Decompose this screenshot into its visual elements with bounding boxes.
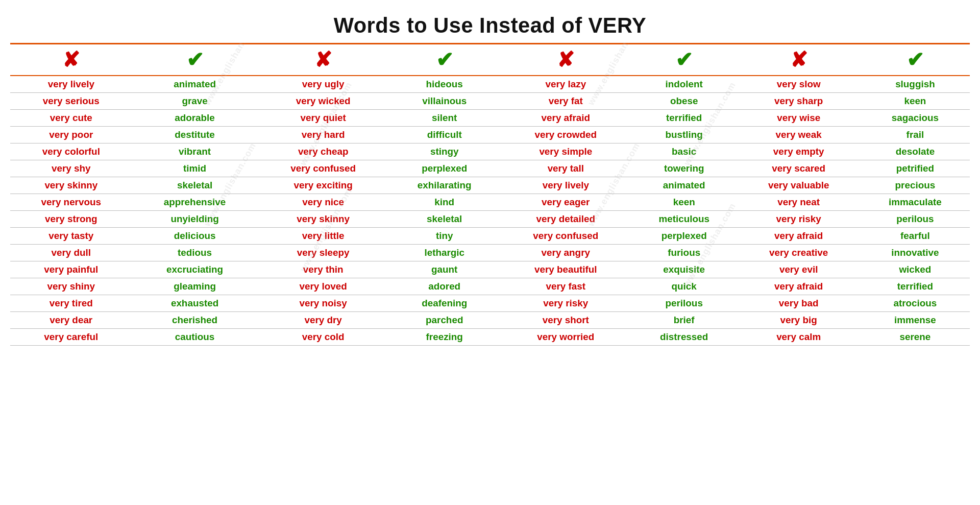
col-header-1: ✘ [10, 44, 132, 76]
table-cell: very nervous [10, 194, 132, 211]
table-cell: very empty [737, 143, 861, 160]
table-cell: frail [861, 127, 970, 143]
col-header-5: ✘ [500, 44, 631, 76]
right-icon-3: ✔ [675, 48, 693, 71]
table-cell: very ugly [258, 76, 389, 93]
table-cell: very little [258, 228, 389, 245]
table-cell: very strong [10, 211, 132, 228]
table-cell: brief [631, 312, 737, 329]
table-cell: very cold [258, 329, 389, 346]
table-cell: animated [631, 177, 737, 194]
col-header-4: ✔ [389, 44, 500, 76]
wrong-icon-2: ✘ [314, 48, 332, 71]
table-cell: tiny [389, 228, 500, 245]
wrong-icon-3: ✘ [557, 48, 574, 71]
table-cell: gaunt [389, 261, 500, 278]
table-cell: distressed [631, 329, 737, 346]
table-cell: very cute [10, 110, 132, 127]
table-cell: terrified [631, 110, 737, 127]
word-table: ✘ ✔ ✘ ✔ ✘ ✔ ✘ ✔ very livelyanimatedvery … [10, 43, 970, 346]
right-icon-1: ✔ [186, 48, 204, 71]
table-cell: very dull [10, 245, 132, 261]
table-cell: keen [631, 194, 737, 211]
table-cell: perplexed [389, 160, 500, 177]
table-cell: innovative [861, 245, 970, 261]
table-cell: towering [631, 160, 737, 177]
table-cell: very nice [258, 194, 389, 211]
table-cell: grave [132, 93, 258, 110]
table-cell: very exciting [258, 177, 389, 194]
table-cell: very wise [737, 110, 861, 127]
table-cell: adored [389, 278, 500, 295]
table-cell: perilous [631, 295, 737, 312]
table-cell: skeletal [132, 177, 258, 194]
table-cell: adorable [132, 110, 258, 127]
table-cell: very wicked [258, 93, 389, 110]
table-cell: cherished [132, 312, 258, 329]
table-cell: exhilarating [389, 177, 500, 194]
table-cell: skeletal [389, 211, 500, 228]
table-cell: very crowded [500, 127, 631, 143]
table-cell: destitute [132, 127, 258, 143]
table-cell: gleaming [132, 278, 258, 295]
table-cell: very evil [737, 261, 861, 278]
table-cell: villainous [389, 93, 500, 110]
table-row: very nervousapprehensivevery nicekindver… [10, 194, 970, 211]
table-row: very poordestitutevery harddifficultvery… [10, 127, 970, 143]
table-cell: very scared [737, 160, 861, 177]
table-cell: quick [631, 278, 737, 295]
table-cell: perilous [861, 211, 970, 228]
table-cell: very lazy [500, 76, 631, 93]
table-cell: precious [861, 177, 970, 194]
table-row: very dearcherishedvery dryparchedvery sh… [10, 312, 970, 329]
table-cell: very shiny [10, 278, 132, 295]
col-header-3: ✘ [258, 44, 389, 76]
table-cell: very tasty [10, 228, 132, 245]
table-cell: atrocious [861, 295, 970, 312]
table-cell: bustling [631, 127, 737, 143]
table-cell: very shy [10, 160, 132, 177]
table-cell: freezing [389, 329, 500, 346]
table-cell: cautious [132, 329, 258, 346]
table-cell: very calm [737, 329, 861, 346]
table-cell: hideous [389, 76, 500, 93]
table-cell: very painful [10, 261, 132, 278]
table-cell: very lively [10, 76, 132, 93]
table-cell: sagacious [861, 110, 970, 127]
table-cell: very skinny [258, 211, 389, 228]
table-cell: parched [389, 312, 500, 329]
table-cell: difficult [389, 127, 500, 143]
table-cell: very angry [500, 245, 631, 261]
table-cell: very quiet [258, 110, 389, 127]
table-cell: immaculate [861, 194, 970, 211]
table-cell: very afraid [500, 110, 631, 127]
table-cell: unyielding [132, 211, 258, 228]
table-cell: meticulous [631, 211, 737, 228]
table-cell: petrified [861, 160, 970, 177]
table-cell: apprehensive [132, 194, 258, 211]
table-cell: very poor [10, 127, 132, 143]
table-cell: very short [500, 312, 631, 329]
table-row: very shytimidvery confusedperplexedvery … [10, 160, 970, 177]
table-header: ✘ ✔ ✘ ✔ ✘ ✔ ✘ ✔ [10, 44, 970, 76]
table-cell: very thin [258, 261, 389, 278]
table-cell: very cheap [258, 143, 389, 160]
table-row: very cuteadorablevery quietsilentvery af… [10, 110, 970, 127]
table-cell: very serious [10, 93, 132, 110]
right-icon-4: ✔ [906, 48, 924, 71]
table-cell: silent [389, 110, 500, 127]
table-cell: basic [631, 143, 737, 160]
table-cell: excruciating [132, 261, 258, 278]
table-cell: immense [861, 312, 970, 329]
table-cell: furious [631, 245, 737, 261]
table-cell: tedious [132, 245, 258, 261]
table-cell: very weak [737, 127, 861, 143]
col-header-6: ✔ [631, 44, 737, 76]
table-cell: desolate [861, 143, 970, 160]
table-cell: timid [132, 160, 258, 177]
table-cell: perplexed [631, 228, 737, 245]
right-icon-2: ✔ [436, 48, 453, 71]
table-cell: exhausted [132, 295, 258, 312]
table-cell: very beautiful [500, 261, 631, 278]
table-cell: very sharp [737, 93, 861, 110]
